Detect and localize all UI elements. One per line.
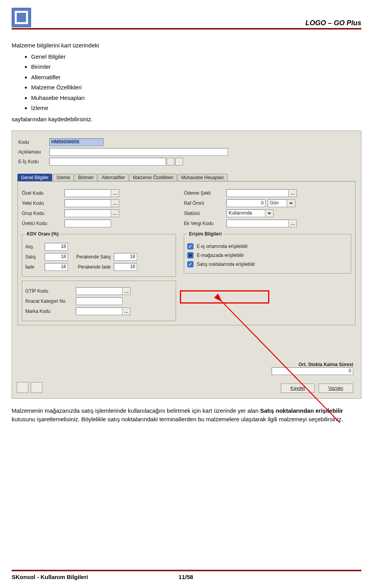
marka-label: Marka Kodu <box>25 309 76 314</box>
raf-label: Raf Ömrü <box>184 201 227 206</box>
tab-izleme[interactable]: İzleme <box>53 174 73 181</box>
chevron-down-icon[interactable] <box>265 209 274 217</box>
per-iade-input[interactable]: 18 <box>114 263 137 271</box>
lookup-icon[interactable]: … <box>111 199 119 207</box>
intro-item: Genel Bilgiler <box>31 52 361 61</box>
iade-input[interactable]: 18 <box>45 263 68 271</box>
brand-logo <box>12 8 31 27</box>
marka-input[interactable] <box>76 307 122 315</box>
chevron-down-icon[interactable] <box>287 199 295 207</box>
grup-input[interactable] <box>64 209 111 217</box>
grup-label: Grup Kodu <box>22 211 64 216</box>
per-iade-label: Perakende İade <box>68 264 111 270</box>
intro-item: Birimler <box>31 63 361 72</box>
toolbar-btn-2[interactable] <box>31 382 42 393</box>
yetki-input[interactable] <box>64 199 111 207</box>
alis-input[interactable]: 18 <box>45 243 68 251</box>
save-button[interactable]: Kaydet <box>281 384 315 393</box>
ozel-input[interactable] <box>64 189 111 197</box>
per-satis-input[interactable]: 18 <box>114 253 137 261</box>
aciklama-input[interactable] <box>49 148 228 156</box>
intro-lead: Malzeme bilgilerini kart üzerindeki <box>12 42 99 49</box>
intro-item: Muhasebe Hesapları <box>31 94 361 103</box>
ort-sure-title: Ort. Stokta Kalma Süresi <box>272 362 353 367</box>
raf-input[interactable]: 0 <box>227 199 265 207</box>
footer-page: 11/58 <box>179 574 193 580</box>
tab-malzeme-ozellikleri[interactable]: Malzeme Özellikleri <box>129 174 177 181</box>
aciklama-label: Açıklaması <box>18 149 49 155</box>
alis-label: Alış <box>25 244 45 250</box>
ekvergi-label: Ek Vergi Kodu <box>184 221 227 226</box>
intro-item: İzleme <box>31 104 361 113</box>
product-name: LOGO – GO Plus <box>305 19 361 27</box>
kodu-input[interactable]: HM00000006 <box>49 138 104 146</box>
tab-muhasebe-hesaplari[interactable]: Muhasebe Hesapları <box>178 174 228 181</box>
intro-item: Malzeme Özellikleri <box>31 83 361 92</box>
tab-alternatifler[interactable]: Alternatifler <box>98 174 129 181</box>
eis-label: E-İş Kodu <box>18 159 49 164</box>
ort-sure-input[interactable]: 0 <box>272 367 353 375</box>
eis-btn-2[interactable] <box>175 158 183 166</box>
intro-item: Alternatifler <box>31 73 361 82</box>
ihracat-input[interactable] <box>76 297 122 305</box>
footer-left: SKonsol - Kullanım Bilgileri <box>12 574 88 580</box>
ihracat-label: İhracat Kategori No <box>25 298 76 304</box>
lookup-icon[interactable]: … <box>122 307 131 315</box>
kodu-label: Kodu <box>18 140 49 145</box>
uretici-input[interactable] <box>64 220 111 227</box>
eis-input[interactable] <box>49 158 166 166</box>
eis-btn-1[interactable] <box>167 158 174 166</box>
per-satis-label: Perakende Satış <box>68 254 111 260</box>
eis-erisilebilir-label: E-iş ortamında erişilebilir <box>197 244 248 249</box>
satis-noktasi-erisilebilir-label: Satış noktalarında erişilebilir <box>197 262 255 267</box>
after-1c: kutusunu işaretlemelisiniz. Böylelikle s… <box>12 416 343 422</box>
emagaza-erisilebilir-label: E-mağazada erişilebilir <box>197 253 244 258</box>
gtip-label: GTİP Kodu <box>25 288 76 294</box>
ozel-label: Özel Kodu <box>22 190 64 196</box>
erisim-legend: Erişim Bilgileri <box>187 231 223 237</box>
checkbox-satis-noktasi[interactable] <box>187 261 193 267</box>
form-screenshot: Kodu HM00000006 Açıklaması E-İş Kodu Gen… <box>12 131 361 399</box>
kdv-legend: KDV Oranı (%) <box>25 231 60 237</box>
odeme-input[interactable] <box>227 189 289 197</box>
checkbox-emagaza[interactable] <box>187 252 193 258</box>
lookup-icon[interactable]: … <box>122 287 131 295</box>
uretici-label: Üretici Kodu <box>22 221 64 226</box>
raf-unit[interactable]: Gün <box>268 199 287 207</box>
after-1a: Malzemenin mağazanızda satış işlemlerind… <box>12 407 260 414</box>
highlight-box <box>180 290 269 304</box>
checkbox-eis[interactable] <box>187 243 193 250</box>
gtip-input[interactable] <box>76 287 122 295</box>
tab-genel-bilgiler[interactable]: Genel Bilgiler <box>17 174 52 181</box>
cancel-button[interactable]: Vazgeç <box>319 384 353 393</box>
intro-tail: sayfalarından kaydedebilirsiniz. <box>12 116 92 122</box>
ekvergi-input[interactable] <box>227 220 289 227</box>
lookup-icon[interactable]: … <box>288 189 297 197</box>
after-1b: Satış noktalarından erişilebilir <box>260 407 343 414</box>
statu-select[interactable]: Kullanımda <box>227 209 265 217</box>
satis-input[interactable]: 18 <box>45 253 68 261</box>
lookup-icon[interactable]: … <box>288 220 297 227</box>
lookup-icon[interactable]: … <box>111 189 119 197</box>
lookup-icon[interactable]: … <box>111 209 119 217</box>
iade-label: İade <box>25 264 45 270</box>
tab-birimler[interactable]: Birimler <box>75 174 98 181</box>
satis-label: Satış <box>25 254 45 260</box>
toolbar-btn-1[interactable] <box>17 382 28 393</box>
statu-label: Statüsü <box>184 211 227 216</box>
odeme-label: Ödeme Şekli <box>184 190 227 196</box>
yetki-label: Yetki Kodu <box>22 201 64 206</box>
